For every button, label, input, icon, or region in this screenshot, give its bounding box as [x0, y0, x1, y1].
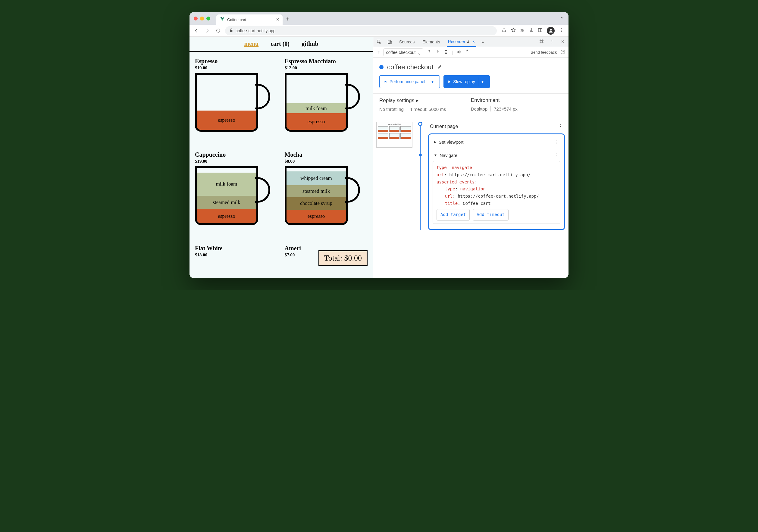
tab-sources[interactable]: Sources	[398, 37, 416, 47]
nav-cart[interactable]: cart (0)	[270, 40, 290, 47]
address-input[interactable]: coffee-cart.netlify.app	[225, 26, 497, 35]
side-panel-icon[interactable]	[538, 28, 543, 34]
menu-icon[interactable]	[559, 28, 564, 34]
new-tab-button[interactable]: +	[286, 16, 289, 22]
svg-point-10	[552, 41, 552, 42]
delete-icon[interactable]	[444, 50, 448, 55]
collapse-icon: ▼	[434, 153, 437, 157]
item-name: Espresso Macchiato	[285, 58, 368, 65]
window-controls	[194, 17, 210, 20]
inspect-icon[interactable]	[376, 39, 382, 45]
step-over-icon[interactable]	[457, 50, 462, 55]
step-set-viewport[interactable]: ▶ Set viewport ⋮	[432, 137, 560, 147]
step-thumbnail[interactable]: menu cart github	[376, 122, 412, 148]
step-navigate[interactable]: ▼ Navigate ⋮	[432, 150, 560, 160]
menu-item[interactable]: Cappuccino $19.00 espresso steamed milk …	[195, 151, 278, 239]
send-feedback-link[interactable]: Send feedback	[531, 50, 557, 54]
timeline-dot	[418, 122, 422, 126]
svg-point-2	[550, 29, 552, 31]
item-price: $18.00	[195, 252, 278, 257]
svg-point-11	[552, 43, 552, 43]
tab-elements[interactable]: Elements	[421, 37, 441, 47]
item-name: Espresso	[195, 58, 278, 65]
tab-list-button[interactable]	[560, 16, 564, 21]
more-tabs-icon[interactable]: »	[482, 40, 484, 44]
expand-icon: ▶	[434, 140, 436, 144]
continue-icon[interactable]	[465, 50, 470, 55]
timeline-dot	[419, 154, 422, 156]
tab-title: Coffee cart	[227, 17, 274, 22]
item-price: $12.00	[285, 65, 368, 71]
layer-chocsyrup: chocolate syrup	[287, 197, 346, 209]
maximize-window-button[interactable]	[206, 17, 210, 20]
address-bar: coffee-cart.netlify.app	[190, 25, 568, 37]
step-menu-icon[interactable]: ⋮	[558, 123, 563, 129]
step-detail: type: navigate url: https://coffee-cart.…	[432, 161, 560, 224]
export-icon[interactable]	[427, 50, 432, 55]
menu-item[interactable]: Mocha $8.00 espresso chocolate syrup ste…	[285, 151, 368, 239]
recording-title: coffee checkout	[387, 63, 433, 71]
profile-avatar[interactable]	[547, 27, 555, 35]
nav-menu[interactable]: menu	[244, 40, 258, 47]
minimize-window-button[interactable]	[200, 17, 204, 20]
bookmark-icon[interactable]	[511, 27, 516, 34]
flask-icon	[466, 40, 470, 43]
help-icon[interactable]: ?	[560, 50, 566, 55]
chevron-down-icon[interactable]: ▾	[479, 78, 486, 86]
device-icon[interactable]	[387, 39, 393, 45]
replay-settings-header[interactable]: Replay settings ▸	[379, 97, 471, 104]
back-button[interactable]	[192, 27, 200, 35]
close-window-button[interactable]	[194, 17, 198, 20]
browser-tab[interactable]: Coffee cart ×	[216, 15, 283, 25]
devtools-panel: Sources Elements Recorder × » × + coffee…	[373, 37, 568, 278]
browser-window: Coffee cart × + coffee-cart.netlify.app	[190, 12, 568, 278]
close-tab-icon[interactable]: ×	[276, 17, 279, 22]
tab-recorder[interactable]: Recorder ×	[447, 37, 476, 47]
mug-graphic: espresso steamed milk milk foam	[195, 166, 270, 226]
layer-steamedmilk: steamed milk	[287, 185, 346, 197]
slow-replay-button[interactable]: Slow replay ▾	[443, 75, 490, 88]
steps-area: menu cart github Current page ⋮	[373, 118, 568, 234]
forward-button[interactable]	[203, 27, 211, 35]
performance-panel-button[interactable]: Performance panel ▾	[379, 75, 440, 88]
kebab-icon[interactable]	[549, 39, 555, 45]
share-icon[interactable]	[501, 28, 506, 34]
step-menu-icon[interactable]: ⋮	[555, 139, 559, 145]
layer-espresso: espresso	[197, 111, 257, 130]
menu-item[interactable]: Flat White $18.00	[195, 245, 278, 272]
edit-icon[interactable]	[437, 63, 442, 71]
recording-select[interactable]: coffee checkout ⌄	[384, 49, 423, 56]
nav-github[interactable]: github	[301, 40, 319, 47]
timeout-value: Timeout: 5000 ms	[410, 107, 449, 112]
svg-point-4	[561, 29, 562, 30]
menu-item[interactable]: Espresso Macchiato $12.00 espresso milk …	[285, 58, 368, 145]
settings-icon[interactable]	[538, 39, 544, 45]
labs-icon[interactable]	[529, 28, 534, 33]
import-icon[interactable]	[435, 50, 440, 55]
layer-espresso: espresso	[287, 113, 346, 130]
svg-point-12	[457, 51, 459, 53]
new-recording-icon[interactable]: +	[376, 49, 380, 56]
layer-espresso: espresso	[197, 209, 257, 223]
step-menu-icon[interactable]: ⋮	[555, 152, 559, 158]
svg-text:?: ?	[562, 50, 564, 53]
svg-point-9	[552, 40, 552, 41]
recording-actions: Performance panel ▾ Slow replay ▾	[373, 75, 568, 93]
svg-rect-0	[538, 28, 542, 32]
total-badge[interactable]: Total: $0.00	[319, 250, 367, 266]
menu-item[interactable]: Espresso $10.00 espresso	[195, 58, 278, 145]
play-icon	[447, 80, 451, 84]
item-price: $10.00	[195, 65, 278, 71]
add-timeout-button[interactable]: Add timeout	[473, 209, 508, 220]
recorder-toolbar: + coffee checkout ⌄ | Send feedback ?	[373, 47, 568, 58]
recording-status-dot	[379, 65, 384, 69]
close-devtools-icon[interactable]: ×	[560, 39, 566, 45]
chevron-down-icon[interactable]: ▾	[429, 78, 436, 86]
reload-button[interactable]	[214, 27, 222, 35]
close-tab-icon[interactable]: ×	[472, 39, 475, 44]
step-card: ▶ Set viewport ⋮ ▼ Navigate ⋮	[428, 133, 565, 230]
add-target-button[interactable]: Add target	[436, 209, 470, 220]
layer-milkfoam: milk foam	[197, 173, 257, 196]
extensions-icon[interactable]	[520, 28, 525, 34]
titlebar: Coffee cart × +	[190, 12, 568, 25]
